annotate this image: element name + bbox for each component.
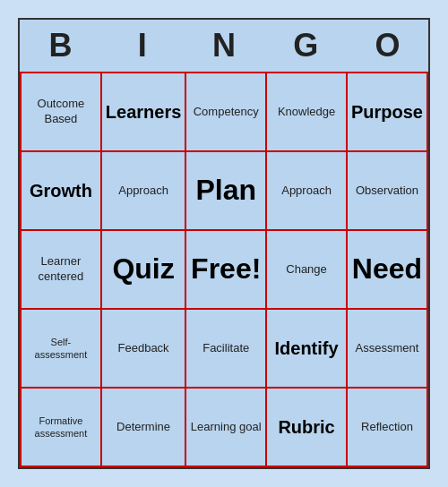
cell-text: Determine [116, 420, 170, 435]
cell-r4-c4: Reflection [348, 389, 428, 467]
cell-r0-c1: Learners [102, 73, 187, 152]
cell-text: Self-assessment [25, 336, 97, 362]
cell-text: Approach [118, 184, 168, 199]
cell-text: Need [352, 251, 422, 288]
cell-r4-c1: Determine [102, 389, 187, 467]
cell-r4-c0: Formative assessment [22, 389, 102, 467]
cell-text: Learning goal [191, 420, 262, 435]
cell-r0-c3: Knowledge [267, 73, 348, 152]
cell-text: Purpose [351, 100, 423, 124]
cell-text: Knowledge [278, 105, 335, 120]
cell-r3-c3: Identify [267, 310, 348, 389]
header-letter: G [265, 20, 347, 72]
cell-r0-c4: Purpose [348, 73, 428, 152]
header-letter: O [347, 20, 428, 72]
cell-r1-c2: Plan [186, 152, 267, 231]
cell-r0-c0: Outcome Based [22, 73, 102, 152]
cell-r3-c1: Feedback [102, 310, 187, 389]
cell-text: Growth [30, 179, 92, 202]
cell-text: Feedback [118, 341, 169, 356]
cell-text: Free! [191, 251, 261, 288]
cell-r2-c0: Learner centered [22, 231, 102, 310]
bingo-header: BINGO [20, 20, 428, 72]
cell-text: Reflection [361, 420, 413, 435]
cell-text: Competency [194, 105, 259, 120]
cell-r3-c4: Assessment [348, 310, 428, 389]
cell-text: Identify [274, 337, 338, 360]
cell-r1-c0: Growth [22, 152, 102, 231]
cell-r3-c0: Self-assessment [22, 310, 102, 389]
cell-r2-c1: Quiz [102, 231, 187, 310]
cell-text: Assessment [356, 341, 419, 356]
cell-r1-c4: Observation [348, 152, 428, 231]
header-letter: N [183, 20, 264, 72]
bingo-card: BINGO Outcome BasedLearnersCompetencyKno… [18, 18, 430, 469]
cell-r2-c2: Free! [186, 231, 267, 310]
header-letter: B [20, 20, 101, 72]
cell-text: Outcome Based [25, 97, 97, 127]
cell-r1-c1: Approach [102, 152, 187, 231]
bingo-grid: Outcome BasedLearnersCompetencyKnowledge… [20, 72, 428, 467]
cell-r0-c2: Competency [186, 73, 267, 152]
header-letter: I [101, 20, 183, 72]
cell-r1-c3: Approach [267, 152, 348, 231]
cell-text: Plan [195, 172, 256, 209]
cell-r3-c2: Facilitate [186, 310, 267, 389]
cell-text: Formative assessment [25, 414, 97, 440]
cell-text: Learners [106, 100, 182, 124]
cell-text: Learner centered [25, 254, 97, 285]
cell-text: Approach [281, 184, 332, 199]
cell-r2-c3: Change [267, 231, 348, 310]
cell-text: Facilitate [202, 341, 249, 356]
cell-text: Quiz [112, 251, 174, 288]
cell-text: Rubric [278, 415, 334, 439]
cell-text: Observation [356, 184, 418, 199]
cell-r4-c2: Learning goal [186, 389, 267, 467]
cell-r2-c4: Need [348, 231, 428, 310]
cell-r4-c3: Rubric [267, 389, 348, 467]
cell-text: Change [286, 262, 327, 278]
